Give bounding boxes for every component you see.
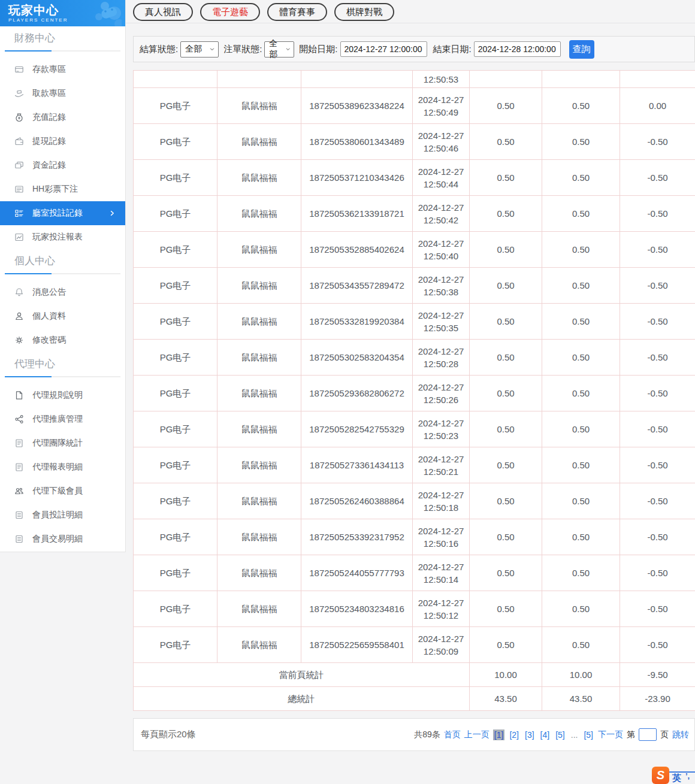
page-link[interactable]: [5]	[582, 729, 594, 740]
sidebar-item-label: 存款專區	[32, 64, 66, 75]
cell-bet: 0.50	[470, 196, 542, 232]
section-title-finance: 財務中心	[0, 26, 125, 50]
sidebar-item-deposit[interactable]: 存款專區	[0, 57, 125, 81]
cell-profit: -0.50	[620, 519, 695, 555]
next-page-link[interactable]: 下一页	[598, 729, 623, 740]
cell-datetime: 2024-12-2712:50:44	[413, 160, 470, 196]
withdraw-icon	[14, 89, 24, 98]
cell-profit: -0.50	[620, 555, 695, 591]
sidebar-item-agent-rules[interactable]: 代理規則說明	[0, 383, 125, 407]
table-row: PG电子 鼠鼠福福 1872505225659558401 2024-12-27…	[134, 627, 695, 663]
sidebar-item-label: 消息公告	[32, 287, 66, 298]
cell-bet: 0.50	[470, 447, 542, 483]
sidebar-item-player-report[interactable]: 玩家投注報表	[0, 225, 125, 249]
sidebar-item-label: 取款專區	[32, 88, 66, 99]
report-detail-icon	[14, 462, 24, 472]
cell-platform: PG电子	[134, 519, 217, 555]
cell-order-no: 1872505273361434113	[301, 447, 413, 483]
end-date-label: 結束日期:	[433, 44, 472, 55]
section-divider	[5, 50, 120, 52]
search-button[interactable]: 查詢	[569, 40, 594, 59]
cell-game: 鼠鼠福福	[217, 627, 301, 663]
sogou-ime-icon[interactable]: S	[652, 767, 669, 784]
cell-profit	[620, 71, 695, 88]
sidebar-item-label: 個人資料	[32, 311, 66, 322]
cell-valid: 0.50	[542, 519, 620, 555]
cell-game: 鼠鼠福福	[217, 304, 301, 340]
jump-action-link[interactable]: 跳转	[672, 729, 689, 740]
cell-bet: 0.50	[470, 555, 542, 591]
cell-datetime: 2024-12-2712:50:46	[413, 124, 470, 160]
end-date-input[interactable]	[474, 41, 561, 57]
tab-sports[interactable]: 體育賽事	[267, 3, 327, 21]
cell-valid: 0.50	[542, 627, 620, 663]
page-link[interactable]: [2]	[508, 729, 520, 740]
sidebar-item-recharge-record[interactable]: 充值記錄	[0, 105, 125, 129]
sidebar-item-room-bet-record[interactable]: 廳室投註記錄	[0, 201, 125, 225]
sidebar-item-change-password[interactable]: 修改密碼	[0, 328, 125, 352]
deposit-icon	[14, 65, 24, 74]
sidebar-item-profile[interactable]: 個人資料	[0, 304, 125, 328]
settle-status-select[interactable]: 全部	[180, 41, 219, 57]
cell-platform: PG电子	[134, 591, 217, 627]
first-page-link[interactable]: 首页	[444, 729, 461, 740]
pagination-bar: 每頁顯示20條 共89条 首页 上一页 [1] [2] [3] [4] [5] …	[133, 718, 695, 751]
table-row: PG电子 鼠鼠福福 1872505244055777793 2024-12-27…	[134, 555, 695, 591]
cell-platform: PG电子	[134, 88, 217, 124]
sidebar-item-announcements[interactable]: 消息公告	[0, 280, 125, 304]
cell-order-no: 1872505371210343426	[301, 160, 413, 196]
cell-profit: -0.50	[620, 124, 695, 160]
cell-bet: 0.50	[470, 304, 542, 340]
cell-game: 鼠鼠福福	[217, 196, 301, 232]
cell-platform: PG电子	[134, 268, 217, 304]
jump-page-input[interactable]	[639, 728, 657, 741]
sidebar-item-withdrawal-record[interactable]: 提現記錄	[0, 129, 125, 153]
sidebar-item-lottery-bet[interactable]: HH彩票下注	[0, 177, 125, 201]
tab-live-video[interactable]: 真人視訊	[133, 3, 193, 21]
sidebar-item-funds-record[interactable]: 資金記錄	[0, 153, 125, 177]
start-date-input[interactable]	[340, 41, 427, 57]
jump-prefix: 第	[627, 729, 635, 740]
sidebar-item-agent-report-detail[interactable]: 代理報表明細	[0, 455, 125, 479]
sidebar-item-label: HH彩票下注	[32, 184, 78, 195]
page-link[interactable]: [1]	[493, 729, 505, 740]
pager: 共89条 首页 上一页 [1] [2] [3] [4] [5] ... [5] …	[412, 728, 691, 741]
page-link[interactable]: [5]	[554, 729, 566, 740]
cell-bet: 0.50	[470, 340, 542, 376]
cell-datetime: 2024-12-2712:50:23	[413, 411, 470, 447]
table-row: PG电子 鼠鼠福福 1872505234803234816 2024-12-27…	[134, 591, 695, 627]
cell-game: 鼠鼠福福	[217, 519, 301, 555]
page-link[interactable]: [4]	[539, 729, 551, 740]
sidebar-item-sub-members[interactable]: 代理下級會員	[0, 479, 125, 503]
section-title-personal: 個人中心	[0, 249, 125, 273]
total-summary-profit: -23.90	[620, 687, 695, 711]
cell-datetime: 2024-12-2712:50:26	[413, 376, 470, 411]
cell-datetime: 2024-12-2712:50:38	[413, 268, 470, 304]
ime-toolbar: S 英 ’,	[652, 767, 695, 784]
cell-bet: 0.50	[470, 376, 542, 411]
cell-game: 鼠鼠福福	[217, 160, 301, 196]
main-content: 真人視訊 電子遊藝 體育賽事 棋牌對戰 結算狀態: 全部 注單狀態: 全部 開始…	[126, 0, 695, 784]
sidebar-item-member-bet-detail[interactable]: 會員投註明細	[0, 503, 125, 527]
cell-valid: 0.50	[542, 268, 620, 304]
cell-game: 鼠鼠福福	[217, 411, 301, 447]
cell-order-no: 1872505262460388864	[301, 483, 413, 519]
cell-platform: PG电子	[134, 124, 217, 160]
order-status-select[interactable]: 全部	[264, 41, 294, 57]
sidebar-item-agent-promotion[interactable]: 代理推廣管理	[0, 407, 125, 431]
tab-electronic-games[interactable]: 電子遊藝	[200, 3, 260, 21]
cell-profit: -0.50	[620, 447, 695, 483]
player-report-icon	[14, 232, 24, 242]
cell-game: 鼠鼠福福	[217, 340, 301, 376]
page-link[interactable]: [3]	[524, 729, 536, 740]
tab-board-games[interactable]: 棋牌對戰	[334, 3, 394, 21]
sidebar-item-member-trade-detail[interactable]: 會員交易明細	[0, 527, 125, 551]
ime-language-indicator[interactable]: 英	[672, 773, 681, 784]
sidebar: 玩家中心 PLAYERS CENTER 財務中心 存款專區 取款專區 充值記錄 …	[0, 0, 126, 552]
sidebar-item-withdraw[interactable]: 取款專區	[0, 81, 125, 105]
prev-page-link[interactable]: 上一页	[464, 729, 489, 740]
page-summary-bet: 10.00	[470, 663, 542, 687]
cell-platform: PG电子	[134, 196, 217, 232]
section-divider	[5, 376, 120, 377]
sidebar-item-agent-team-stats[interactable]: 代理團隊統計	[0, 431, 125, 455]
